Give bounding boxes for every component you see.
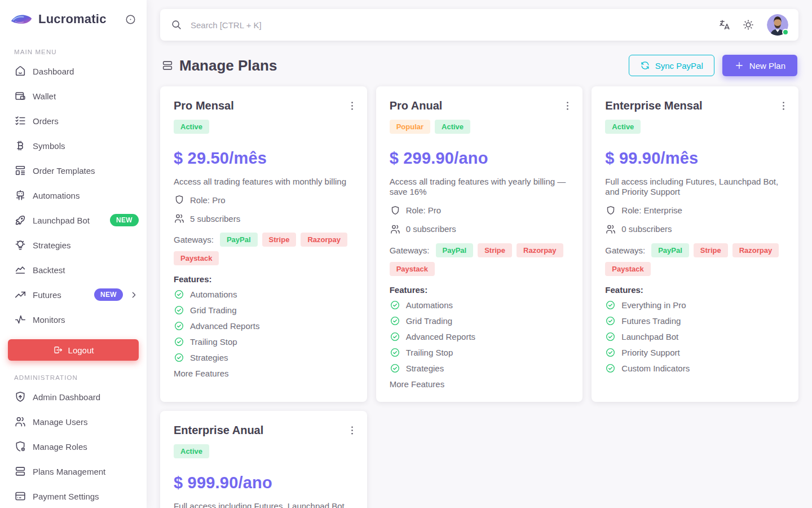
feature-text: Priority Support	[621, 348, 679, 357]
plan-menu-kebab-icon[interactable]	[778, 100, 789, 112]
sidebar-item-launchpad-bot[interactable]: Launchpad BotNEW	[0, 208, 147, 233]
sidebar-item-manage-roles[interactable]: Manage Roles	[0, 434, 147, 459]
language-icon[interactable]	[718, 19, 731, 31]
sidebar-item-order-templates[interactable]: Order Templates	[0, 158, 147, 183]
plan-menu-kebab-icon[interactable]	[346, 100, 358, 112]
logout-button[interactable]: Logout	[8, 339, 139, 361]
chevron-right-icon	[129, 290, 139, 300]
circle-check-icon	[605, 331, 616, 342]
plan-badges: Active	[605, 120, 785, 134]
feature-item: Trailing Stop	[174, 336, 354, 347]
plus-icon	[734, 60, 744, 71]
sidebar-item-dashboard[interactable]: Dashboard	[0, 59, 147, 84]
users-icon	[605, 224, 616, 235]
sidebar-item-label: Launchpad Bot	[33, 216, 104, 225]
sidebar-item-orders[interactable]: Orders	[0, 108, 147, 133]
orders-icon	[14, 115, 27, 127]
page-header: Manage Plans Sync PayPal New Plan	[161, 55, 797, 76]
gateway-badge: Razorpay	[732, 243, 779, 257]
rocket-icon	[14, 214, 27, 226]
plan-badges: Active	[174, 444, 354, 458]
feature-text: Trailing Stop	[406, 348, 453, 357]
admin-menu: Admin DashboardManage UsersManage RolesP…	[0, 384, 147, 508]
features-label: Features:	[390, 285, 570, 295]
trending-up-icon	[14, 288, 27, 301]
sidebar-item-manage-users[interactable]: Manage Users	[0, 409, 147, 434]
sidebar-item-label: Manage Roles	[33, 442, 139, 452]
plan-card-enterprise-mensal: Enterprise MensalActive$ 99.90/mêsFull a…	[592, 86, 798, 402]
plans-grid: Pro MensalActive$ 29.50/mêsAccess all tr…	[160, 86, 798, 508]
user-avatar[interactable]	[767, 14, 788, 36]
sidebar-item-wallet[interactable]: Wallet	[0, 84, 147, 108]
feature-item: Automations	[390, 300, 570, 310]
refresh-icon	[640, 60, 650, 71]
search-input[interactable]	[188, 18, 713, 32]
topbar-actions	[718, 14, 788, 36]
feature-item: Automations	[174, 289, 354, 300]
sidebar-item-plans-management[interactable]: Plans Management	[0, 459, 147, 484]
plan-description: Access all trading features with monthly…	[174, 177, 354, 187]
sidebar-item-symbols[interactable]: Symbols	[0, 133, 147, 158]
feature-text: Automations	[190, 290, 237, 299]
plan-subscribers-row: 0 subscribers	[390, 224, 570, 235]
feature-text: Trailing Stop	[190, 337, 237, 347]
feature-text: Strategies	[406, 364, 444, 373]
circle-check-icon	[390, 316, 400, 326]
feature-text: Advanced Reports	[190, 321, 259, 331]
feature-item: Everything in Pro	[605, 300, 785, 310]
bitcoin-icon	[14, 139, 27, 152]
status-badge: Active	[605, 120, 641, 134]
feature-text: Advanced Reports	[406, 332, 475, 341]
robot-icon	[14, 189, 27, 202]
main-menu: DashboardWalletOrdersSymbolsOrder Templa…	[0, 59, 147, 332]
feature-text: Custom Indicators	[621, 364, 690, 373]
credit-card-icon	[14, 490, 27, 502]
logout-label: Logout	[68, 345, 94, 355]
plan-gateways-row: Gateways:PayPalStripeRazorpayPaystack	[605, 243, 785, 276]
new-plan-button[interactable]: New Plan	[722, 55, 797, 76]
plan-title: Pro Mensal	[174, 99, 354, 112]
sync-paypal-label: Sync PayPal	[655, 61, 703, 71]
plan-subscribers: 5 subscribers	[190, 214, 240, 224]
feature-item: Strategies	[174, 352, 354, 363]
more-features-link[interactable]: More Features	[174, 369, 354, 378]
plan-gateways-row: Gateways:PayPalStripeRazorpayPaystack	[390, 243, 570, 276]
sidebar-item-strategies[interactable]: Strategies	[0, 233, 147, 257]
gateway-badge: Stripe	[694, 243, 728, 257]
circle-dot-icon[interactable]	[125, 14, 136, 25]
circle-check-icon	[390, 331, 400, 342]
administration-section-label: ADMINISTRATION	[14, 374, 133, 381]
more-features-link[interactable]: More Features	[390, 379, 570, 389]
gateways-label: Gateways:	[390, 246, 430, 255]
status-badge: Popular	[390, 120, 430, 134]
feature-text: Everything in Pro	[621, 300, 686, 310]
plan-subscribers-row: 5 subscribers	[174, 213, 354, 224]
gateway-badge: Razorpay	[301, 233, 347, 247]
circle-check-icon	[390, 363, 400, 374]
feature-item: Priority Support	[605, 347, 785, 358]
topbar	[160, 9, 798, 41]
plan-subscribers: 0 subscribers	[621, 224, 672, 234]
sidebar-item-admin-dashboard[interactable]: Admin Dashboard	[0, 384, 147, 409]
plan-menu-kebab-icon[interactable]	[346, 424, 358, 436]
feature-text: Futures Trading	[621, 316, 681, 326]
feature-text: Launchpad Bot	[621, 332, 678, 341]
shield-icon	[390, 205, 401, 216]
sidebar-item-monitors[interactable]: Monitors	[0, 307, 147, 332]
light-mode-icon[interactable]	[742, 19, 754, 31]
wallet-icon	[14, 90, 27, 102]
plan-menu-kebab-icon[interactable]	[562, 100, 573, 112]
sidebar-item-automations[interactable]: Automations	[0, 183, 147, 208]
sidebar-item-label: Admin Dashboard	[33, 392, 139, 402]
gateway-badge: PayPal	[651, 243, 689, 257]
main-menu-section-label: MAIN MENU	[14, 49, 133, 55]
sidebar-item-label: Orders	[33, 116, 139, 126]
search-icon[interactable]	[170, 19, 183, 31]
sidebar-item-futures[interactable]: FuturesNEW	[0, 282, 147, 307]
gateway-badge: Razorpay	[517, 243, 563, 257]
sidebar-item-backtest[interactable]: Backtest	[0, 257, 147, 282]
sync-paypal-button[interactable]: Sync PayPal	[629, 55, 714, 76]
shield-icon	[605, 205, 616, 216]
sidebar-item-payment-settings[interactable]: Payment Settings	[0, 484, 147, 508]
plan-description: Full access including Futures, Launchpad…	[605, 177, 785, 198]
